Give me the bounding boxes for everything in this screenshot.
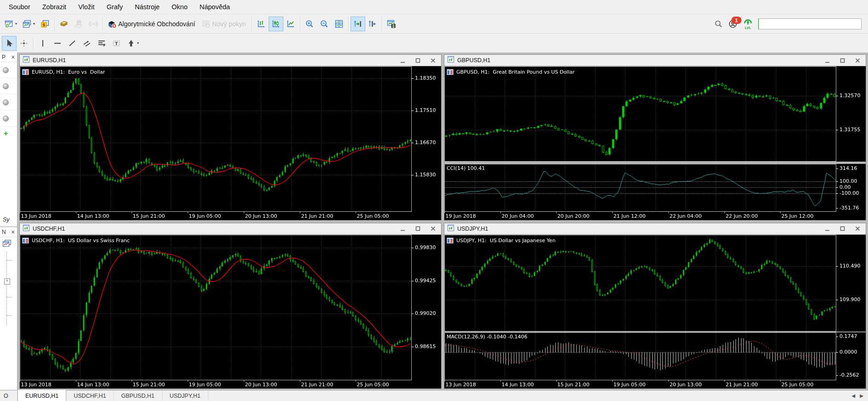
add-symbol-button[interactable]: + <box>0 127 17 138</box>
crosshair-tool-icon <box>19 39 29 48</box>
chart-area-gbpusd <box>444 66 866 220</box>
equidistant-channel-tool-button[interactable] <box>80 36 94 51</box>
chart-area-usdjpy <box>444 234 866 389</box>
algo-trading-button[interactable]: Algorytmické Obchodování <box>105 17 199 31</box>
symbols-tab-partial[interactable]: Sy <box>3 216 10 223</box>
chart-window-gbpusd: GBPUSD,H1 <box>444 54 866 221</box>
maximize-button[interactable] <box>412 56 424 65</box>
chart-window-title: USDCHF,H1 <box>33 226 394 232</box>
cursor-tool-button[interactable] <box>2 36 17 51</box>
left-docked-panels: P ✕ + Sy N ✕ <box>0 52 17 390</box>
candles-chart-button[interactable] <box>269 17 283 31</box>
trendline-tool-icon <box>68 39 77 48</box>
chart-window-usdjpy: USDJPY,H1 <box>444 223 866 389</box>
chart-window-titlebar[interactable]: USDCHF,H1 <box>20 223 441 234</box>
navigator-tree-partial[interactable]: + <box>6 252 17 325</box>
menu-vlozit[interactable]: Vložit <box>72 0 100 14</box>
notifications-button[interactable]: 1 <box>726 17 741 31</box>
text-tool-button[interactable]: T <box>109 36 124 51</box>
dropdown-caret-icon[interactable]: ▾ <box>33 22 35 26</box>
chart-window-titlebar[interactable]: USDJPY,H1 <box>444 223 866 234</box>
taskbar-tab-usdchf[interactable]: USDCHF,H1 <box>66 390 114 401</box>
new-chart-button[interactable]: ▾ <box>2 17 20 31</box>
chart-window-titlebar[interactable]: EURUSD,H1 <box>20 55 441 66</box>
account-level-indicator[interactable]: LVL <box>741 17 755 31</box>
menu-napoveda[interactable]: Nápověda <box>194 0 236 14</box>
zoom-out-button[interactable] <box>317 17 332 31</box>
menu-nastroje[interactable]: Nástroje <box>129 0 166 14</box>
toolbar-search-input[interactable] <box>758 18 862 29</box>
symbol-list-item[interactable] <box>0 78 17 94</box>
dropdown-caret-icon[interactable]: ▾ <box>137 41 139 45</box>
maximize-button[interactable] <box>412 224 424 233</box>
taskbar-tab-gbpusd[interactable]: GBPUSD,H1 <box>114 390 162 401</box>
chart-shift-icon <box>368 19 377 29</box>
signals-button <box>86 17 101 31</box>
crosshair-tool-button[interactable] <box>17 36 31 51</box>
panel-title-partial: P <box>2 54 6 60</box>
taskbar-tab-usdjpy[interactable]: USDJPY,H1 <box>162 390 208 401</box>
maximize-button[interactable] <box>836 224 849 233</box>
tab-scroll-left-icon[interactable]: ◀ <box>852 393 856 398</box>
market-watch-button[interactable]: $ <box>38 17 52 31</box>
new-order-icon <box>201 19 211 29</box>
panel-title-partial: N <box>2 229 6 235</box>
horizontal-line-tool-button[interactable] <box>50 36 65 51</box>
symbol-status-icon <box>3 99 9 105</box>
close-button[interactable] <box>427 224 439 233</box>
profiles-button[interactable]: ▾ <box>20 17 38 31</box>
arrow-tools-button[interactable]: ▾ <box>124 36 142 51</box>
chart-canvas-usdchf[interactable] <box>20 235 441 389</box>
bars-chart-button[interactable] <box>254 17 269 31</box>
toolbar-separator <box>382 17 382 31</box>
workspace: P ✕ + Sy N ✕ <box>0 52 868 401</box>
close-button[interactable] <box>851 224 864 233</box>
minimize-button[interactable] <box>821 224 834 233</box>
chart-window-eurusd: EURUSD,H1 <box>19 54 442 221</box>
history-center-button[interactable] <box>57 17 71 31</box>
templates-button[interactable] <box>384 17 399 31</box>
menu-okno[interactable]: Okno <box>166 0 194 14</box>
fibonacci-tool-button[interactable]: F <box>94 36 109 51</box>
fibonacci-tool-icon: F <box>97 39 106 48</box>
close-button[interactable] <box>851 56 864 65</box>
symbol-list-item[interactable] <box>0 110 17 127</box>
chart-canvas-eurusd[interactable] <box>20 66 441 220</box>
menu-zobrazit[interactable]: Zobrazit <box>36 0 72 14</box>
close-icon[interactable]: ✕ <box>11 229 15 235</box>
minimize-button[interactable] <box>397 56 409 65</box>
search-button[interactable] <box>711 17 726 31</box>
menu-grafy[interactable]: Grafy <box>101 0 129 14</box>
maximize-button[interactable] <box>836 56 849 65</box>
new-chart-icon <box>5 19 14 29</box>
chart-canvas-gbpusd[interactable] <box>444 66 866 220</box>
chart-canvas-usdjpy[interactable] <box>444 235 866 389</box>
tile-windows-button[interactable] <box>332 17 346 31</box>
menu-soubor[interactable]: Soubor <box>3 0 36 14</box>
chart-shift-button[interactable] <box>365 17 380 31</box>
symbol-list-item[interactable] <box>0 62 17 78</box>
minimize-button[interactable] <box>821 56 834 65</box>
chart-window-title: EURUSD,H1 <box>33 57 394 64</box>
mt5-application: SouborZobrazitVložitGrafyNástrojeOknoNáp… <box>0 0 868 401</box>
zoom-in-button[interactable] <box>302 17 317 31</box>
line-chart-button[interactable] <box>283 17 298 31</box>
chart-window-titlebar[interactable]: GBPUSD,H1 <box>444 55 866 66</box>
close-button[interactable] <box>427 56 439 65</box>
taskbar-tab-eurusd[interactable]: EURUSD,H1 <box>17 390 66 401</box>
trendline-tool-button[interactable] <box>65 36 80 51</box>
minimize-button[interactable] <box>397 224 409 233</box>
window-tab-bar: O EURUSD,H1USDCHF,H1GBPUSD,H1USDJPY,H1 ◀… <box>0 390 868 401</box>
tab-scroll-right-icon[interactable]: ▶ <box>860 393 863 398</box>
vertical-line-tool-button[interactable] <box>35 36 50 51</box>
close-icon[interactable]: ✕ <box>11 54 15 60</box>
auto-scroll-button[interactable] <box>351 17 365 31</box>
toolbar-separator <box>54 17 55 31</box>
cursor-tool-icon <box>5 39 14 48</box>
symbol-list-item[interactable] <box>0 94 17 110</box>
navigator-panel-partial: N ✕ + <box>0 226 17 390</box>
svg-text:F: F <box>103 43 106 47</box>
trade-tab-partial[interactable]: O <box>0 390 17 401</box>
tree-expand-icon[interactable]: + <box>4 279 10 285</box>
dropdown-caret-icon[interactable]: ▾ <box>15 22 17 26</box>
